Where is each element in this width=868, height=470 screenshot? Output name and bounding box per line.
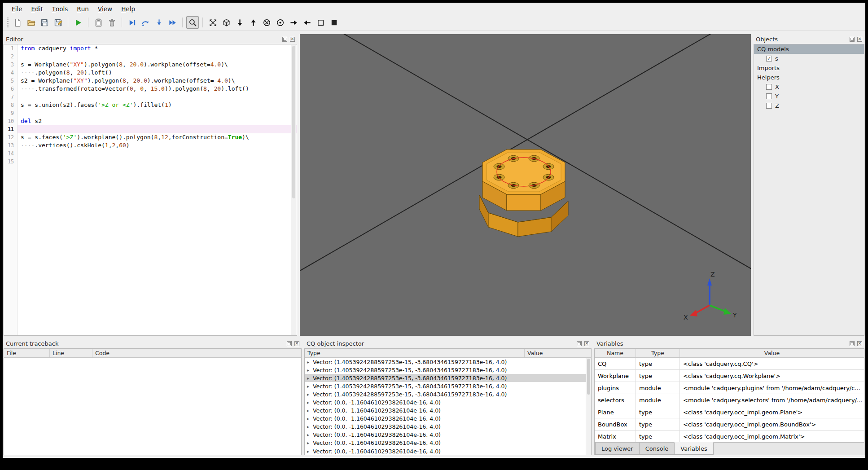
render-button[interactable] [72,16,84,29]
inspector-row[interactable]: ▸Vector: (0.0, -1.1604610293826104e-16, … [305,415,591,423]
inspector-row[interactable]: ▸Vector: (0.0, -1.1604610293826104e-16, … [305,423,591,431]
tree-item-imports[interactable]: Imports [754,63,864,73]
tree-item-helpers[interactable]: Helpers [754,73,864,82]
menu-file[interactable]: File [7,3,27,15]
variables-close-icon[interactable]: × [857,341,862,346]
inspector-col-type[interactable]: Type [305,349,525,357]
inspector-close-icon[interactable]: × [584,341,589,346]
expand-arrow-icon[interactable]: ▸ [307,408,313,413]
code-line-9[interactable]: 9 [4,109,297,117]
code-line-1[interactable]: 1from cadquery import * [4,44,297,53]
expand-arrow-icon[interactable]: ▸ [307,424,313,429]
code-line-7[interactable]: 7 [4,93,297,101]
step-over-button[interactable] [139,16,152,29]
code-line-13[interactable]: 13····.vertices().cskHole(1,2,60) [4,141,297,149]
save-as-button[interactable] [52,16,64,29]
variable-row-selectors[interactable]: selectorsmodule<module 'cadquery.selecto… [595,394,864,406]
expand-arrow-icon[interactable]: ▸ [307,440,313,445]
code-line-2[interactable]: 2 [4,53,297,61]
variable-row-boundbox[interactable]: BoundBoxtype<class 'cadquery.occ_impl.ge… [595,418,864,430]
code-line-6[interactable]: 6····.transformed(rotate=Vector(0, 0, 15… [4,85,297,93]
view-right-button[interactable] [287,16,300,29]
checkbox-y[interactable] [766,93,772,99]
traceback-close-icon[interactable]: × [294,341,299,346]
code-line-3[interactable]: 3s = Workplane("XY").polygon(8, 20.0).wo… [4,61,297,69]
traceback-col-line[interactable]: Line [50,349,92,357]
shaded-button[interactable] [328,16,340,29]
inspector-row[interactable]: ▸Vector: (0.0, -1.1604610293826104e-16, … [305,398,591,406]
code-line-14[interactable]: 14 [4,149,297,158]
variable-row-plane[interactable]: Planetype<class 'cadquery.occ_impl.geom.… [595,406,864,418]
checkbox-s[interactable]: ✓ [766,56,772,61]
tree-item-s[interactable]: ✓s [754,54,864,63]
view-back-button[interactable] [274,16,286,29]
view-top-button[interactable] [247,16,259,29]
open-file-button[interactable] [25,16,37,29]
inspector-row[interactable]: ▸Vector: (0.0, -1.1604610293826104e-16, … [305,407,591,415]
expand-arrow-icon[interactable]: ▸ [307,368,313,373]
inspector-col-value[interactable]: Value [525,349,591,357]
variable-row-matrix[interactable]: Matrixtype<class 'cadquery.occ_impl.geom… [595,431,864,442]
objects-float-icon[interactable] [850,37,855,42]
paste-button[interactable] [92,16,105,29]
wireframe-button[interactable] [314,16,327,29]
editor-scrollbar-thumb[interactable] [292,46,295,198]
expand-arrow-icon[interactable]: ▸ [307,449,313,454]
expand-arrow-icon[interactable]: ▸ [307,400,313,405]
inspector-row[interactable]: ▸Vector: (0.0, -1.1604610293826104e-16, … [305,431,591,439]
tree-item-y[interactable]: Y [754,92,864,101]
inspector-row[interactable]: ▸Vector: (1.4053924288597253e-15, -3.680… [305,390,591,398]
code-line-11[interactable]: 11 [4,125,297,133]
debug-button[interactable] [126,16,138,29]
step-into-button[interactable] [153,16,165,29]
expand-arrow-icon[interactable]: ▸ [307,376,313,381]
variables-col-type[interactable]: Type [636,349,680,357]
checkbox-z[interactable] [766,103,772,109]
iso-view-button[interactable] [220,16,232,29]
fit-view-button[interactable] [206,16,219,29]
code-line-12[interactable]: 12s = s.faces('>Z').workplane().polygon(… [4,133,297,141]
variables-col-name[interactable]: Name [595,349,636,357]
editor-float-icon[interactable] [282,37,287,42]
expand-arrow-icon[interactable]: ▸ [307,384,313,389]
inspector-row[interactable]: ▸Vector: (0.0, -1.1604610293826104e-16, … [305,447,591,455]
viewport-3d[interactable]: Z Y X [300,34,751,336]
tree-item-z[interactable]: Z [754,101,864,110]
expand-arrow-icon[interactable]: ▸ [307,416,313,421]
menu-run[interactable]: Run [72,3,93,15]
delete-button[interactable] [105,16,118,29]
traceback-float-icon[interactable] [287,341,292,346]
tab-console[interactable]: Console [639,443,675,455]
code-line-10[interactable]: 10del s2 [4,117,297,125]
inspector-row[interactable]: ▸Vector: (1.4053924288597253e-15, -3.680… [305,366,591,374]
cad-model[interactable] [479,149,568,237]
objects-close-icon[interactable]: × [857,37,862,42]
inspector-row[interactable]: ▸Vector: (1.4053924288597253e-15, -3.680… [305,374,591,382]
inspector-float-icon[interactable] [577,341,582,346]
inspector-row[interactable]: ▸Vector: (1.4053924288597253e-15, -3.680… [305,358,591,366]
expand-arrow-icon[interactable]: ▸ [307,392,313,397]
expand-arrow-icon[interactable]: ▸ [307,432,313,437]
code-line-8[interactable]: 8s = s.union(s2).faces('>Z or <Z').fille… [4,101,297,109]
screenshot-button[interactable] [186,16,199,29]
editor-scrollbar[interactable] [291,45,296,335]
continue-button[interactable] [166,16,179,29]
variable-row-cq[interactable]: CQtype<class 'cadquery.cq.CQ'> [595,358,864,370]
variable-row-plugins[interactable]: pluginsmodule<module 'cadquery.plugins' … [595,382,864,394]
inspector-row[interactable]: ▸Vector: (0.0, -1.1604610293826104e-16, … [305,439,591,447]
menu-tools[interactable]: Tools [48,3,73,15]
tab-log-viewer[interactable]: Log viewer [595,443,640,455]
code-editor[interactable]: 1from cadquery import *23s = Workplane("… [4,44,297,336]
variable-row-workplane[interactable]: Workplanetype<class 'cadquery.cq.Workpla… [595,370,864,382]
tab-variables[interactable]: Variables [674,442,713,455]
code-line-15[interactable]: 15 [4,158,297,166]
view-front-button[interactable] [260,16,273,29]
inspector-scrollbar-thumb[interactable] [587,359,590,395]
menu-view[interactable]: View [93,3,117,15]
traceback-col-code[interactable]: Code [92,349,301,357]
tree-item-x[interactable]: X [754,82,864,92]
menu-edit[interactable]: Edit [27,3,48,15]
inspector-row[interactable]: ▸Vector: (1.4053924288597253e-15, -3.680… [305,382,591,390]
traceback-col-file[interactable]: File [4,349,50,357]
toolbar-drag-handle[interactable] [7,18,9,27]
